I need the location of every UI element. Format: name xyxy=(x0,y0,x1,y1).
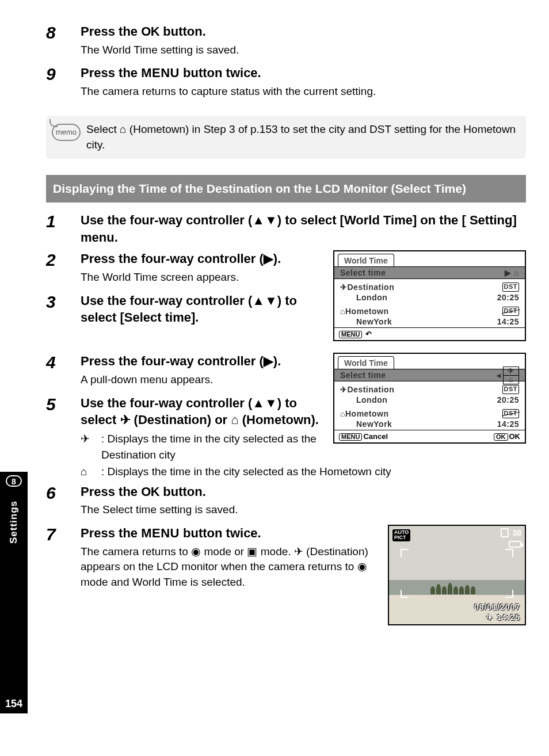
menu-box-icon: MENU xyxy=(339,433,362,441)
shots-remaining: 38 xyxy=(512,528,521,537)
lcd-home-city: NewYork xyxy=(340,317,392,326)
step-4: 4 Press the four-way controller (▶). A p… xyxy=(46,353,325,392)
step-number: 9 xyxy=(46,64,81,104)
menu-box-icon: MENU xyxy=(339,331,362,338)
camera-mode-icon: ◉ xyxy=(357,560,367,572)
lcd-screenshot-capture: AUTOPICT 38 08/01/2007 ✈ 14:25 xyxy=(388,525,526,625)
lcd-cancel-label: Cancel xyxy=(363,432,388,441)
step-title: Press the MENU button twice. xyxy=(81,64,526,82)
playback-mode-icon: ▣ xyxy=(247,545,257,558)
back-arrow-icon: ↶ xyxy=(365,330,372,338)
lcd-home-label: Hometown xyxy=(345,409,389,418)
lcd-dest-label: Destination xyxy=(348,282,395,292)
lcd-dest-time: 20:25 xyxy=(497,293,519,302)
step-number: 5 xyxy=(46,395,81,464)
plane-icon: ✈ xyxy=(120,413,131,427)
plane-icon: ✈ xyxy=(294,545,303,558)
step-title: Press the four-way controller (▶). xyxy=(81,353,325,370)
step-title: Press the MENU button twice. xyxy=(81,525,368,542)
menu-glyph: MENU xyxy=(141,526,180,540)
lcd-home-time: 14:25 xyxy=(497,419,519,429)
chapter-number-badge: 8 xyxy=(6,475,22,487)
focus-bracket-icon xyxy=(401,590,409,598)
step-desc: ⌂ : Displays the time in the city select… xyxy=(81,464,526,480)
step-number: 8 xyxy=(46,23,81,62)
side-tab: 8 Settings 154 xyxy=(0,472,28,713)
step-desc: The camera returns to ◉ mode or ▣ mode. … xyxy=(81,544,368,590)
menu-glyph: MENU xyxy=(141,66,180,80)
lcd-dest-label: Destination xyxy=(348,385,395,394)
home-icon: ⌂ xyxy=(120,123,126,135)
lcd-date: 08/01/2007 xyxy=(474,602,520,612)
step-9: 9 Press the MENU button twice. The camer… xyxy=(46,64,526,104)
step-3: 3 Use the four-way controller (▲▼) to se… xyxy=(46,292,325,329)
ok-glyph: OK xyxy=(141,24,159,39)
step-number: 6 xyxy=(46,483,81,522)
camera-mode-icon: ◉ xyxy=(191,545,201,558)
ok-glyph: OK xyxy=(141,484,159,499)
step-title: Press the OK button. xyxy=(81,23,526,40)
lcd-tab: World Time xyxy=(338,356,394,369)
plane-icon: ✈ xyxy=(340,282,348,292)
step-5: 5 Use the four-way controller (▲▼) to se… xyxy=(46,395,325,464)
step-desc: The camera returns to capture status wit… xyxy=(81,84,526,100)
dst-badge: DST xyxy=(502,385,520,394)
lcd-tab: World Time xyxy=(338,254,394,266)
step-title: Use the four-way controller (▲▼) to sele… xyxy=(81,212,526,246)
plane-icon: ✈ xyxy=(340,385,348,394)
step-number: 7 xyxy=(46,525,81,594)
home-icon: ⌂ xyxy=(340,307,345,316)
step-2: 2 Press the four-way controller (▶). The… xyxy=(46,250,325,289)
battery-icon xyxy=(509,541,521,548)
lcd-screenshot-world-time-2: World Time Select time ◂ ✈ ⌂ ✈Destinatio… xyxy=(333,353,526,444)
lcd-home-city: NewYork xyxy=(340,419,392,429)
lcd-home-time: 14:25 xyxy=(497,317,519,326)
lcd-dest-time: 20:25 xyxy=(497,395,519,404)
step-number: 3 xyxy=(46,292,81,329)
lcd-ok-label: OK xyxy=(509,432,521,441)
dst-off-badge: DST xyxy=(502,409,520,418)
page-number: 154 xyxy=(0,698,28,710)
lcd-time: ✈ 14:25 xyxy=(486,613,520,622)
memo-text: Select ⌂ (Hometown) in Step 3 of p.153 t… xyxy=(86,121,520,153)
home-icon: ⌂ xyxy=(340,409,345,418)
section-header: Displaying the Time of the Destination o… xyxy=(46,175,526,203)
step-number: 4 xyxy=(46,353,81,392)
step-desc: A pull-down menu appears. xyxy=(81,372,325,388)
memo-icon: memo xyxy=(46,121,86,141)
step-title: Press the four-way controller (▶). xyxy=(81,250,325,268)
step-title: Press the OK button. xyxy=(81,483,526,501)
lcd-select-time-label: Select time xyxy=(340,268,386,277)
ok-box-icon: OK xyxy=(494,433,508,441)
step-desc: ✈ : Displays the time in the city select… xyxy=(81,431,325,463)
plane-icon: ✈ xyxy=(81,431,101,463)
lcd-dest-city: London xyxy=(340,293,387,302)
scene-illustration xyxy=(430,583,512,594)
dst-off-badge: DST xyxy=(502,307,520,316)
step-8: 8 Press the OK button. The World Time se… xyxy=(46,23,526,62)
chapter-label: Settings xyxy=(8,501,20,544)
step-number: 2 xyxy=(46,250,81,289)
lcd-home-label: Hometown xyxy=(345,307,389,316)
step-desc: The World Time screen appears. xyxy=(81,270,325,285)
home-icon: ⌂ xyxy=(231,413,238,427)
step-title: Use the four-way controller (▲▼) to sele… xyxy=(81,395,325,429)
step-7: 7 Press the MENU button twice. The camer… xyxy=(46,525,368,594)
step-6: 6 Press the OK button. The Select time s… xyxy=(46,483,526,522)
left-arrow-icon: ◂ xyxy=(497,371,501,380)
focus-bracket-icon xyxy=(505,549,513,557)
focus-bracket-icon xyxy=(401,549,409,557)
plane-icon: ✈ xyxy=(486,613,494,622)
step-1: 1 Use the four-way controller (▲▼) to se… xyxy=(46,212,526,248)
step-number: 1 xyxy=(46,212,81,248)
lcd-screenshot-world-time-1: World Time Select time ▶ ⌂ ✈Destination … xyxy=(333,250,526,341)
dst-badge: DST xyxy=(502,282,520,292)
lcd-dest-city: London xyxy=(340,395,387,404)
lcd-select-time-label: Select time xyxy=(340,371,386,380)
memory-card-icon xyxy=(501,528,509,537)
auto-pict-badge: AUTOPICT xyxy=(392,529,410,541)
memo-callout: memo Select ⌂ (Hometown) in Step 3 of p.… xyxy=(46,116,526,159)
step-desc: The World Time setting is saved. xyxy=(81,43,526,58)
step-title: Use the four-way controller (▲▼) to sele… xyxy=(81,292,325,326)
step-desc: The Select time setting is saved. xyxy=(81,502,526,518)
